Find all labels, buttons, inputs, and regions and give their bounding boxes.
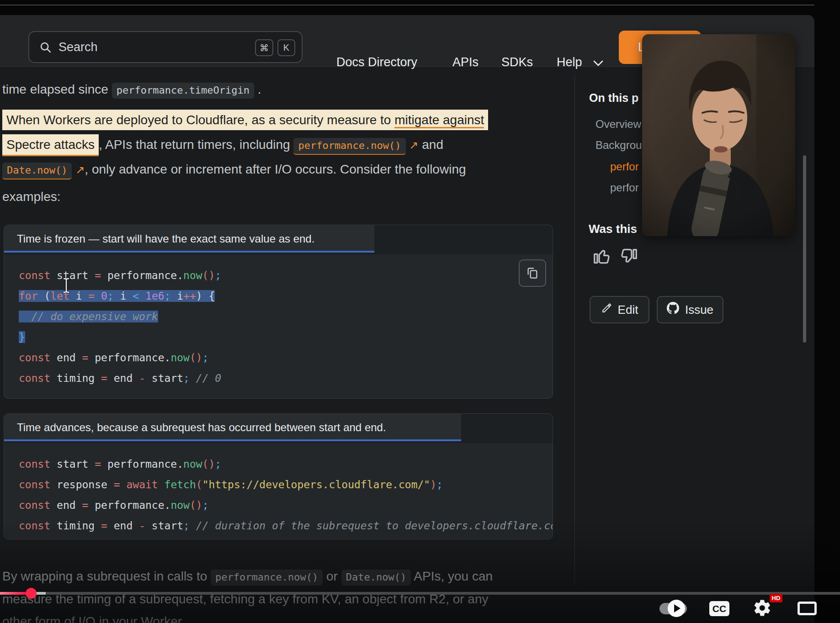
code-line: const end = performance.now();	[19, 348, 553, 368]
settings-gear-icon[interactable]	[753, 598, 772, 619]
paragraph-text: By wrapping a subrequest in calls to	[2, 569, 211, 583]
search-placeholder: Search	[58, 40, 98, 54]
play-icon	[674, 604, 681, 612]
paragraph-text: time elapsed since	[2, 82, 108, 96]
edit-button-label: Edit	[618, 303, 638, 317]
chevron-down-icon[interactable]	[593, 60, 604, 69]
paragraph-text: , only advance or increment after I/O oc…	[85, 162, 466, 176]
subtitles-button[interactable]: CC	[709, 601, 729, 616]
on-this-page-title: On this p	[589, 91, 638, 105]
spectre-link-part1[interactable]: mitigate against	[394, 113, 484, 128]
code-block-title: Time advances, because a subrequest has …	[4, 414, 461, 441]
date-now-link[interactable]: Date.now()	[2, 163, 72, 180]
pencil-icon	[601, 303, 612, 317]
highlight-line-3: Date.now() ↗, only advance or increment …	[2, 162, 466, 177]
closing-line-1: By wrapping a subrequest in calls to per…	[2, 569, 493, 584]
paragraph-text: , APIs that return timers, including	[99, 137, 293, 152]
inline-code-date-now: Date.now()	[341, 570, 411, 586]
nav-sdks[interactable]: SDKs	[501, 55, 533, 69]
nav-docs-directory[interactable]: Docs Directory	[336, 55, 417, 69]
nav-help[interactable]: Help	[557, 55, 582, 69]
closing-line-3: other form of I/O in your Worker.	[2, 614, 185, 623]
k-key-chip: K	[277, 39, 295, 56]
code-line: const end = performance.now();	[19, 495, 553, 516]
edit-button[interactable]: Edit	[590, 296, 649, 323]
search-input[interactable]: Search ⌘ K	[28, 31, 303, 63]
nav-apis[interactable]: APIs	[452, 55, 478, 69]
cmd-key-chip: ⌘	[255, 39, 273, 56]
thumbs-up-icon[interactable]	[592, 246, 612, 266]
code-block-header: Time is frozen — start will have the exa…	[4, 225, 553, 254]
presenter-webcam	[642, 34, 795, 236]
inline-code-performance-now: performance.now()	[211, 570, 323, 586]
highlight-line-1: When Workers are deployed to Cloudflare,…	[2, 113, 488, 127]
code-line: const response = await fetch("https://de…	[19, 475, 553, 495]
progress-bar[interactable]	[0, 592, 840, 595]
code-line: const start = performance.now();	[19, 454, 553, 475]
code-block-header: Time advances, because a subrequest has …	[4, 414, 553, 443]
code-editor[interactable]: const start = performance.now();for (let…	[4, 254, 553, 398]
autoplay-toggle-knob[interactable]	[668, 600, 685, 617]
paragraph-text: and	[418, 137, 443, 152]
highlighted-text: When Workers are deployed to Cloudflare,…	[6, 113, 394, 127]
code-block-subrequest: Time advances, because a subrequest has …	[4, 413, 553, 539]
text-highlight: When Workers are deployed to Cloudflare,…	[2, 110, 488, 130]
video-frame: Search ⌘ K Docs Directory APIs SDKs Help…	[0, 0, 840, 623]
code-line: const timing = end - start; // duration …	[19, 516, 553, 536]
code-line: const start = performance.now();	[19, 265, 553, 286]
code-line: // do expensive work	[19, 306, 553, 327]
issue-button-label: Issue	[685, 303, 713, 317]
miniplayer-button[interactable]	[797, 602, 817, 615]
sidebar-item-background[interactable]: Backgrou	[595, 139, 642, 152]
code-line: }	[19, 327, 553, 348]
page-scrollbar[interactable]	[803, 155, 806, 343]
copy-code-button[interactable]	[519, 259, 546, 287]
code-line: for (let i = 0; i < 1e6; i++) {	[19, 286, 553, 306]
performance-now-link[interactable]: performance.now()	[293, 138, 405, 155]
issue-button[interactable]: Issue	[657, 296, 723, 323]
progress-scrubber[interactable]	[26, 588, 37, 599]
sidebar-divider	[574, 74, 575, 585]
sidebar-item-performance-timeorigin[interactable]: perfor	[610, 181, 639, 194]
paragraph-text: .	[254, 82, 261, 96]
code-block-frozen-time: Time is frozen — start will have the exa…	[4, 225, 553, 399]
highlight-line-4: examples:	[2, 190, 61, 204]
text-cursor	[63, 278, 69, 295]
code-block-title: Time is frozen — start will have the exa…	[4, 225, 374, 253]
github-icon	[667, 302, 679, 317]
external-link-icon: ↗	[409, 139, 418, 151]
progress-played	[0, 592, 27, 595]
external-link-icon: ↗	[75, 164, 85, 176]
code-editor[interactable]: const start = performance.now();const re…	[4, 443, 553, 539]
code-line: const timing = end - start; // 0	[19, 368, 553, 389]
thumbs-down-icon[interactable]	[618, 248, 638, 268]
sidebar-item-performance-now[interactable]: perfor	[610, 160, 639, 173]
inline-code-timeorigin: performance.timeOrigin	[112, 83, 254, 99]
sidebar-item-overview[interactable]: Overview	[595, 118, 641, 131]
hd-quality-badge: HD	[770, 594, 782, 602]
highlight-line-2: Spectre attacks, APIs that return timers…	[2, 137, 443, 152]
paragraph-text: APIs, you can	[411, 569, 493, 583]
paragraph-timeorigin: time elapsed since performance.timeOrigi…	[2, 82, 261, 97]
paragraph-text: or	[323, 569, 341, 583]
feedback-question: Was this	[589, 222, 637, 236]
menubar-divider	[0, 5, 814, 5]
search-icon	[39, 41, 52, 56]
spectre-link-part2[interactable]: Spectre attacks	[2, 134, 99, 156]
